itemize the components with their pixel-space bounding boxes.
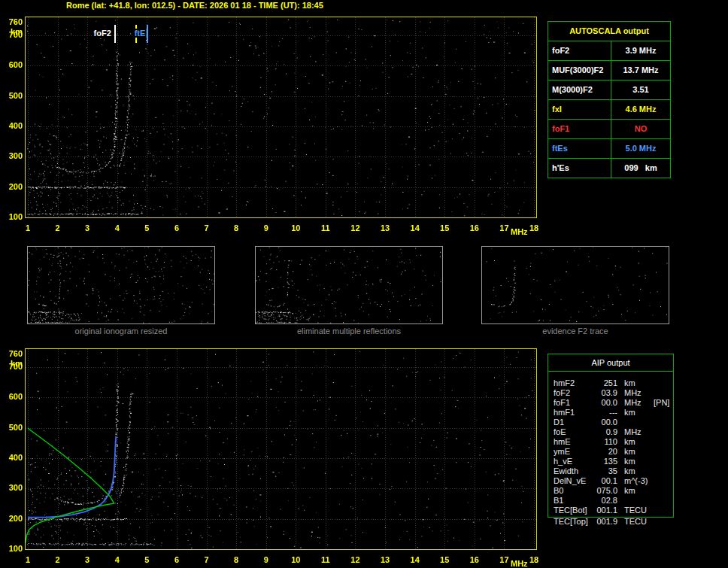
x-tick-label: 10 — [287, 223, 305, 232]
thumbnail-canvas-evidence — [482, 247, 669, 323]
thumbnail-canvas-eliminate — [256, 247, 442, 323]
aip-param-note — [651, 476, 673, 486]
aip-row: hmF2251km — [548, 378, 673, 388]
aip-param-unit: km — [617, 378, 651, 388]
aip-param-value: 02.8 — [592, 496, 617, 506]
aip-row: foF203.9MHz — [548, 388, 673, 398]
y-tick-label: 600 — [2, 392, 23, 401]
aip-param-value: 0.9 — [592, 427, 617, 437]
x-tick-label: 3 — [78, 223, 96, 232]
autoscala-row: foF23.9 MHz — [548, 41, 670, 60]
aip-param-unit: m^(-3) — [617, 476, 651, 486]
aip-param-label: foF2 — [548, 388, 592, 398]
ionogram-plot-bottom — [25, 348, 537, 550]
x-axis-unit: MHz — [511, 227, 528, 236]
thumbnail-caption-evidence: evidence F2 trace — [481, 327, 669, 336]
page-title: Rome (lat: +41.8, lon: 012.5) - DATE: 20… — [66, 1, 323, 10]
thumbnail-evidence-f2 — [481, 246, 669, 324]
aip-param-label: hmF2 — [548, 378, 592, 388]
x-tick-label: 7 — [198, 555, 216, 564]
aip-param-note — [651, 408, 673, 418]
aip-param-note — [651, 506, 673, 515]
x-tick-label: 6 — [168, 223, 186, 232]
x-tick-label: 17 — [495, 223, 513, 232]
y-axis-unit: km — [2, 27, 23, 36]
y-tick-label: 760 — [2, 17, 23, 26]
aip-param-value: 001.9 — [592, 517, 617, 527]
x-tick-label: 18 — [525, 555, 543, 564]
ionogram-canvas-bottom — [26, 349, 536, 549]
x-tick-label: 15 — [435, 555, 453, 564]
x-tick-label: 5 — [138, 555, 156, 564]
aip-param-label: TEC[Top] — [548, 517, 592, 527]
x-tick-label: 18 — [525, 223, 543, 232]
x-tick-label: 8 — [227, 223, 245, 232]
aip-param-note — [651, 427, 673, 437]
x-tick-label: 2 — [49, 555, 67, 564]
aip-param-label: Ewidth — [548, 466, 592, 476]
aip-param-unit: km — [617, 466, 651, 476]
aip-param-note — [651, 496, 673, 506]
aip-param-label: h_vE — [548, 457, 592, 466]
aip-param-label: D1 — [548, 418, 592, 427]
aip-param-unit: km — [617, 486, 651, 496]
aip-output-title: AIP output — [548, 354, 673, 372]
autoscala-row: MUF(3000)F213.7 MHz — [548, 60, 670, 80]
aip-param-value: 075.0 — [592, 486, 617, 496]
aip-param-value: 00.0 — [592, 398, 617, 408]
aip-param-unit: km — [617, 408, 651, 418]
aip-param-value: 001.1 — [592, 506, 617, 515]
y-tick-label: 400 — [2, 453, 23, 462]
thumbnail-eliminate-reflections — [255, 246, 443, 324]
x-tick-label: 13 — [376, 223, 394, 232]
aip-row: foF100.0MHz[PN] — [548, 398, 673, 408]
x-tick-label: 11 — [317, 555, 335, 564]
autoscala-param-label: foF1 — [548, 120, 611, 138]
aip-param-label: TEC[Bot] — [548, 506, 592, 515]
aip-row: D100.0 — [548, 418, 673, 427]
x-tick-label: 12 — [346, 223, 364, 232]
y-tick-label: 300 — [2, 483, 23, 492]
aip-row: hmF1---km — [548, 408, 673, 418]
aip-param-value: 135 — [592, 457, 617, 466]
x-tick-label: 4 — [108, 223, 126, 232]
autoscala-row: M(3000)F23.51 — [548, 80, 670, 99]
autoscala-param-value: 5.0 MHz — [611, 139, 670, 158]
aip-param-note — [651, 457, 673, 466]
autoscala-param-label: h'Es — [548, 159, 611, 178]
aip-param-note — [651, 388, 673, 398]
aip-param-unit: TECU — [617, 506, 651, 515]
autoscala-row: fxI4.6 MHz — [548, 99, 670, 119]
y-tick-label: 600 — [2, 60, 23, 69]
autoscala-row: h'Es099 km — [548, 158, 670, 178]
aip-param-value: 00.0 — [592, 418, 617, 427]
autoscala-param-label: fxI — [548, 100, 611, 119]
ionogram-plot-top: foF2fxftE — [25, 17, 537, 218]
x-tick-label: 9 — [257, 223, 275, 232]
x-tick-label: 1 — [19, 555, 37, 564]
y-tick-label: 200 — [2, 514, 23, 523]
autoscala-param-label: ftEs — [548, 139, 611, 158]
aip-output-panel: AIP output hmF2251kmfoF203.9MHzfoF100.0M… — [548, 354, 674, 518]
x-axis-unit: MHz — [511, 559, 528, 568]
aip-param-label: hmE — [548, 437, 592, 447]
aip-row: ymE20km — [548, 447, 673, 457]
y-tick-label: 500 — [2, 423, 23, 432]
x-tick-label: 3 — [78, 555, 96, 564]
aip-param-note — [651, 486, 673, 496]
aip-rows: hmF2251kmfoF203.9MHzfoF100.0MHz[PN]hmF1-… — [548, 372, 673, 515]
x-tick-label: 16 — [466, 555, 484, 564]
autoscala-param-value: 4.6 MHz — [611, 100, 670, 119]
aip-param-label: B1 — [548, 496, 592, 506]
aip-param-unit: km — [617, 447, 651, 457]
aip-param-label: B0 — [548, 486, 592, 496]
autoscala-rows: foF23.9 MHzMUF(3000)F213.7 MHzM(3000)F23… — [548, 41, 670, 178]
autoscala-param-value: 3.9 MHz — [611, 41, 670, 60]
x-tick-label: 5 — [138, 223, 156, 232]
y-tick-label: 100 — [2, 212, 23, 221]
autoscala-param-value: 13.7 MHz — [611, 61, 670, 80]
aip-param-note — [651, 437, 673, 447]
aip-row: DelN_vE00.1m^(-3) — [548, 476, 673, 486]
aip-param-unit — [617, 496, 651, 506]
aip-param-unit: MHz — [617, 398, 651, 408]
